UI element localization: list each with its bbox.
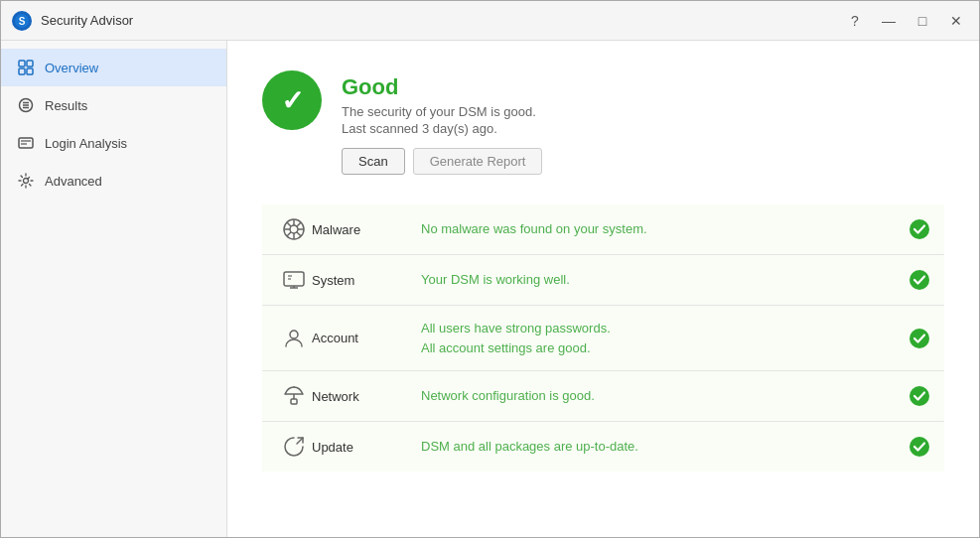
update-check-icon xyxy=(909,436,930,458)
app-title: Security Advisor xyxy=(41,13,842,28)
account-row: Account All users have strong passwords.… xyxy=(262,306,944,371)
help-button[interactable]: ? xyxy=(842,8,868,34)
account-check-icon xyxy=(909,328,930,349)
network-category: Network xyxy=(312,389,421,404)
status-info: Good The security of your DSM is good. L… xyxy=(342,70,542,175)
network-check-icon xyxy=(909,385,930,407)
account-category: Account xyxy=(312,331,421,345)
svg-point-33 xyxy=(910,329,929,348)
network-message: Network configuration is good. xyxy=(421,386,901,406)
generate-report-button[interactable]: Generate Report xyxy=(413,148,543,175)
account-icon-wrap xyxy=(276,327,312,350)
titlebar: S Security Advisor ? — □ ✕ xyxy=(1,1,979,41)
malware-category: Malware xyxy=(312,222,421,237)
network-row: Network Network configuration is good. xyxy=(262,371,944,422)
advanced-label: Advanced xyxy=(45,174,102,189)
svg-point-37 xyxy=(910,437,929,457)
update-icon-wrap xyxy=(276,435,312,459)
account-status xyxy=(901,328,930,349)
svg-rect-6 xyxy=(27,68,33,74)
results-icon xyxy=(17,96,35,114)
malware-check-icon xyxy=(909,218,930,240)
svg-text:S: S xyxy=(19,16,26,27)
update-status xyxy=(901,436,930,458)
advanced-icon xyxy=(17,172,35,190)
action-buttons: Scan Generate Report xyxy=(342,148,542,175)
network-icon-wrap xyxy=(276,384,312,408)
sidebar-item-login[interactable]: Login Analysis xyxy=(1,124,226,162)
status-description: The security of your DSM is good. xyxy=(342,104,542,119)
malware-row: Malware No malware was found on your sys… xyxy=(262,204,944,255)
checkmark-icon: ✓ xyxy=(281,84,304,117)
system-icon-wrap xyxy=(276,268,312,292)
app-window: S Security Advisor ? — □ ✕ xyxy=(0,0,980,538)
svg-rect-4 xyxy=(27,61,33,67)
sidebar-item-advanced[interactable]: Advanced xyxy=(1,162,226,200)
malware-icon-wrap xyxy=(276,217,312,241)
svg-point-36 xyxy=(910,386,929,406)
main-content: ✓ Good The security of your DSM is good.… xyxy=(227,41,979,537)
minimize-button[interactable]: — xyxy=(876,8,902,34)
status-header: ✓ Good The security of your DSM is good.… xyxy=(262,70,944,175)
malware-status xyxy=(901,218,930,240)
system-message: Your DSM is working well. xyxy=(421,270,901,290)
maximize-button[interactable]: □ xyxy=(910,8,935,34)
sidebar-item-results[interactable]: Results xyxy=(1,86,226,124)
sidebar-item-overview[interactable]: Overview xyxy=(1,49,226,86)
system-icon xyxy=(282,268,306,292)
sidebar: Overview Results xyxy=(1,41,227,537)
overview-icon xyxy=(17,59,35,76)
results-table: Malware No malware was found on your sys… xyxy=(262,204,944,471)
svg-rect-5 xyxy=(19,68,25,74)
svg-point-16 xyxy=(290,225,298,233)
svg-point-25 xyxy=(910,219,929,239)
update-category: Update xyxy=(312,440,421,455)
overview-label: Overview xyxy=(45,61,98,75)
app-icon: S xyxy=(11,10,33,32)
app-body: Overview Results xyxy=(1,41,979,537)
update-icon xyxy=(282,435,306,459)
malware-icon xyxy=(282,217,306,241)
window-controls: ? — □ ✕ xyxy=(842,8,969,34)
svg-rect-26 xyxy=(284,272,304,286)
account-message: All users have strong passwords. All acc… xyxy=(421,319,901,357)
network-status xyxy=(901,385,930,407)
svg-point-32 xyxy=(290,331,298,338)
system-check-icon xyxy=(909,269,930,291)
svg-line-24 xyxy=(287,232,291,236)
login-label: Login Analysis xyxy=(45,136,127,151)
update-message: DSM and all packages are up-to-date. xyxy=(421,437,901,457)
svg-line-22 xyxy=(297,232,301,236)
account-line1: All users have strong passwords. xyxy=(421,319,901,338)
system-status xyxy=(901,269,930,291)
svg-point-31 xyxy=(910,270,929,290)
results-label: Results xyxy=(45,98,87,113)
network-icon xyxy=(282,384,306,408)
status-scan-time: Last scanned 3 day(s) ago. xyxy=(342,121,542,136)
status-circle: ✓ xyxy=(262,70,322,130)
account-icon xyxy=(282,327,306,350)
svg-line-21 xyxy=(287,222,291,226)
system-row: System Your DSM is working well. xyxy=(262,255,944,306)
scan-button[interactable]: Scan xyxy=(342,148,405,175)
system-category: System xyxy=(312,273,421,288)
svg-rect-34 xyxy=(291,399,297,404)
svg-line-23 xyxy=(297,222,301,226)
svg-rect-11 xyxy=(19,138,33,148)
login-icon xyxy=(17,134,35,152)
account-line2: All account settings are good. xyxy=(421,338,901,358)
malware-message: No malware was found on your system. xyxy=(421,219,901,239)
update-row: Update DSM and all packages are up-to-da… xyxy=(262,422,944,471)
close-button[interactable]: ✕ xyxy=(943,8,969,34)
svg-rect-3 xyxy=(19,61,25,67)
status-title: Good xyxy=(342,74,542,100)
